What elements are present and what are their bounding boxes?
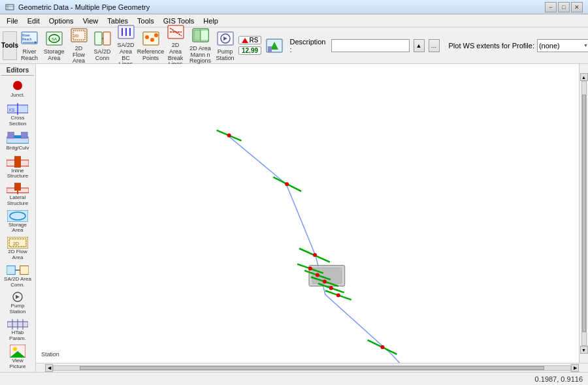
2dflow-area-editor-button[interactable]: 2D 2D FlowArea <box>1 236 34 262</box>
cross-section-editor-button[interactable]: XS CrossSection <box>1 102 34 129</box>
maximize-button[interactable]: □ <box>558 2 570 12</box>
junct-editor-button[interactable]: Junct. <box>1 76 34 101</box>
description-label: Description : <box>289 38 327 54</box>
rs-button[interactable]: RS 12.99 <box>238 31 263 60</box>
storage-area-label: StorageArea <box>44 49 65 62</box>
v-scrollbar[interactable]: ▲ ▼ <box>579 64 588 363</box>
coordinates-display: 0.1987, 0.9116 <box>535 375 583 383</box>
status-bar: 0.1987, 0.9116 <box>0 372 588 385</box>
svg-rect-14 <box>95 32 102 45</box>
svg-point-84 <box>380 345 384 349</box>
pump-station-editor-icon <box>7 291 29 303</box>
view-picture-editor-button[interactable]: ViewPicture <box>1 345 34 371</box>
sa2d-bc-button[interactable]: SA/2D AreaBC Lines <box>115 31 137 60</box>
2dbreak-lines-button[interactable]: 2D AreaBreak Lines <box>165 31 187 60</box>
ref-points-button[interactable]: ReferencePoints <box>139 31 163 60</box>
svg-point-24 <box>154 33 158 37</box>
2dbreak-lines-icon <box>167 23 185 41</box>
minimize-button[interactable]: − <box>545 2 557 12</box>
river-reach-icon: River Reach <box>20 29 39 48</box>
menu-tools[interactable]: Tools <box>133 16 158 26</box>
v-scroll-thumb[interactable] <box>582 95 586 332</box>
menu-options[interactable]: Options <box>45 16 78 26</box>
brdg-culv-editor-button[interactable]: Brdg/Culv <box>1 129 34 154</box>
v-scroll-up-button[interactable]: ▲ <box>580 73 588 81</box>
menu-edit[interactable]: Edit <box>24 16 44 26</box>
cross-section-icon: XS <box>7 103 29 115</box>
rs-label: RS <box>250 37 259 44</box>
svg-point-22 <box>145 35 149 39</box>
lateral-structure-icon <box>7 183 29 194</box>
rs-value: 12.99 <box>242 47 258 54</box>
inline-structure-icon <box>7 156 29 168</box>
svg-rect-41 <box>8 132 14 138</box>
2dflow-area-button[interactable]: 2D 2D FlowArea <box>68 31 90 60</box>
2dmann-regions-button[interactable]: 2D AreaMann nRegions <box>188 31 213 60</box>
canvas-container: Station ▲ ▼ ◀ ▶ <box>36 64 588 372</box>
junct-label: Junct. <box>10 93 24 99</box>
2dflow-area-label: 2D FlowArea <box>70 46 88 65</box>
view-picture-icon <box>7 345 29 358</box>
menu-help[interactable]: Help <box>199 16 222 26</box>
map-button[interactable] <box>263 31 286 60</box>
sa2d-conn-label: SA/2DConn <box>94 49 111 62</box>
2dmann-regions-label: 2D AreaMann nRegions <box>189 46 211 65</box>
v-scroll-track[interactable] <box>581 81 587 346</box>
menu-bar: File Edit Options View Tables Tools GIS … <box>0 14 588 27</box>
ref-points-icon <box>142 29 160 48</box>
canvas-scroll-area: Station ▲ ▼ <box>36 64 588 363</box>
rs-value-badge: 12.99 <box>238 46 261 55</box>
sa2d-conn-button[interactable]: SA/2DConn <box>91 31 114 60</box>
2dmann-regions-icon <box>191 26 210 44</box>
2dflow-area-editor-label: 2D FlowArea <box>8 249 27 261</box>
svg-point-68 <box>285 182 289 186</box>
2dflow-area-editor-icon: 2D <box>7 237 29 249</box>
svg-text:Station: Station <box>41 351 59 358</box>
storage-area-editor-button[interactable]: StorageArea <box>1 209 34 236</box>
v-scroll-down-button[interactable]: ▼ <box>580 346 588 354</box>
svg-point-23 <box>150 38 154 42</box>
svg-rect-30 <box>201 30 208 40</box>
pump-station-icon <box>216 29 235 48</box>
h-scroll-right-button[interactable]: ▶ <box>571 364 579 372</box>
ref-points-label: ReferencePoints <box>137 49 165 62</box>
desc-browse-button[interactable]: … <box>429 39 440 52</box>
toolbar: Tools River Reach RiverReach SA StorageA… <box>0 27 588 64</box>
pump-station-button[interactable]: PumpStation <box>214 31 237 60</box>
title-bar: Geometric Data - Multiple Pipe Geometry … <box>0 0 588 14</box>
window-title: Geometric Data - Multiple Pipe Geometry <box>18 3 150 11</box>
description-input[interactable] <box>331 39 410 52</box>
svg-point-80 <box>329 286 333 290</box>
h-scrollbar[interactable]: ◀ ▶ <box>36 363 588 372</box>
h-scroll-track[interactable] <box>53 365 571 371</box>
menu-view[interactable]: View <box>79 16 103 26</box>
desc-spinner-up[interactable]: ▲ <box>414 39 425 52</box>
description-bar: Description : ▲ … Plot WS extents for Pr… <box>289 38 588 54</box>
title-bar-left: Geometric Data - Multiple Pipe Geometry <box>5 3 150 12</box>
inline-structure-editor-button[interactable]: InlineStructure <box>1 155 34 181</box>
svg-point-66 <box>227 134 231 138</box>
svg-point-70 <box>313 253 317 257</box>
h-scroll-left-button[interactable]: ◀ <box>45 364 53 372</box>
svg-rect-54 <box>7 266 15 274</box>
junct-icon <box>7 79 29 92</box>
storage-area-icon: SA <box>45 29 63 48</box>
htab-param-editor-button[interactable]: HTabParam. <box>1 317 34 344</box>
editors-title: Editors <box>1 65 34 76</box>
river-reach-button[interactable]: River Reach RiverReach <box>18 31 41 60</box>
river-reach-label: RiverReach <box>21 49 38 62</box>
plot-ws-select[interactable]: (none) <box>537 39 588 52</box>
svg-rect-45 <box>14 156 20 167</box>
htab-param-icon <box>7 319 29 330</box>
lateral-structure-editor-button[interactable]: LateralStructure <box>1 181 34 208</box>
plot-ws-label: Plot WS extents for Profile: <box>449 42 534 50</box>
pump-station-editor-button[interactable]: PumpStation <box>1 290 34 316</box>
storage-area-button[interactable]: SA StorageArea <box>42 31 67 60</box>
sa2d-conn-editor-button[interactable]: SA/2D AreaConn. <box>1 263 34 290</box>
canvas-area[interactable]: Station <box>36 64 579 363</box>
menu-file[interactable]: File <box>3 16 22 26</box>
brdg-culv-label: Brdg/Culv <box>6 146 29 151</box>
htab-param-label: HTabParam. <box>9 330 26 342</box>
h-scroll-thumb[interactable] <box>80 366 545 370</box>
close-button[interactable]: ✕ <box>571 2 583 12</box>
